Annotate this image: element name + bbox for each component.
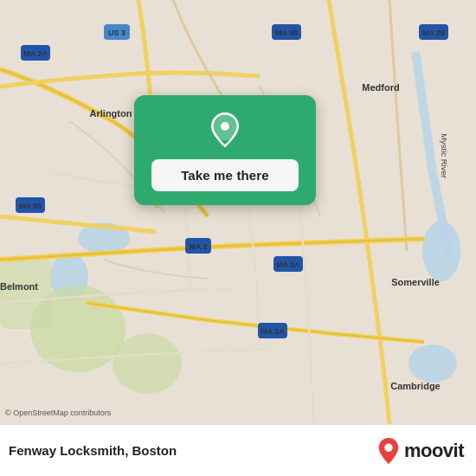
svg-text:MA 60: MA 60 (19, 202, 42, 210)
map-pin-icon (206, 111, 244, 149)
svg-text:Belmont: Belmont (0, 281, 38, 292)
svg-point-6 (113, 333, 182, 394)
svg-text:Arlington: Arlington (90, 108, 132, 119)
svg-text:Somerville: Somerville (391, 277, 440, 287)
svg-point-4 (408, 344, 457, 383)
moovit-logo: moovit (376, 436, 464, 466)
svg-text:MA 28: MA 28 (422, 29, 445, 37)
svg-text:Mystic River: Mystic River (440, 133, 449, 178)
svg-text:MA 2A: MA 2A (276, 261, 300, 269)
map-container[interactable]: US 3 MA 2A MA 38 MA 28 MA 60 MA 2 MA 2A … (0, 0, 476, 424)
svg-text:MA 2A: MA 2A (261, 327, 285, 336)
svg-text:© OpenStreetMap contributors: © OpenStreetMap contributors (5, 408, 112, 417)
svg-point-33 (384, 443, 392, 451)
svg-text:MA 2A: MA 2A (23, 49, 48, 58)
moovit-pin-icon (376, 436, 401, 466)
svg-point-3 (422, 221, 460, 281)
bottom-bar: Fenway Locksmith, Boston moovit (0, 424, 476, 476)
take-me-there-button[interactable]: Take me there (151, 159, 299, 191)
svg-text:US 3: US 3 (108, 29, 125, 37)
svg-text:MA 2: MA 2 (189, 242, 207, 251)
svg-text:Medford: Medford (362, 82, 399, 93)
popup-card: Take me there (134, 95, 316, 205)
moovit-brand-text: moovit (404, 440, 464, 462)
svg-text:Cambridge: Cambridge (390, 381, 440, 391)
svg-rect-7 (0, 260, 52, 329)
bottom-left-info: Fenway Locksmith, Boston (9, 443, 177, 458)
svg-text:MA 38: MA 38 (275, 29, 298, 37)
svg-point-32 (221, 122, 229, 131)
location-title: Fenway Locksmith, Boston (9, 443, 177, 458)
